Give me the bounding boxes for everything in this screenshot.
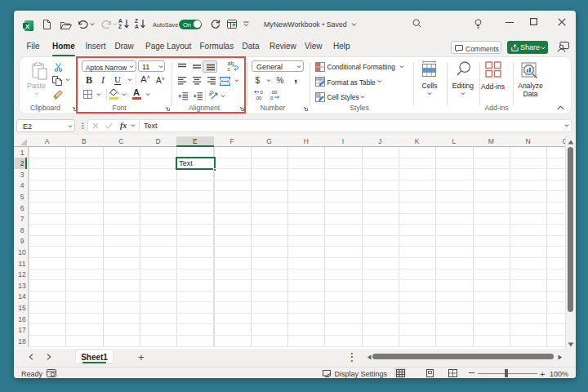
svg-text:0: 0 (260, 90, 263, 95)
svg-text:X: X (25, 22, 30, 29)
svg-text:0: 0 (270, 95, 274, 100)
svg-text:.00: .00 (270, 90, 278, 95)
svg-text:.00: .00 (255, 95, 262, 100)
